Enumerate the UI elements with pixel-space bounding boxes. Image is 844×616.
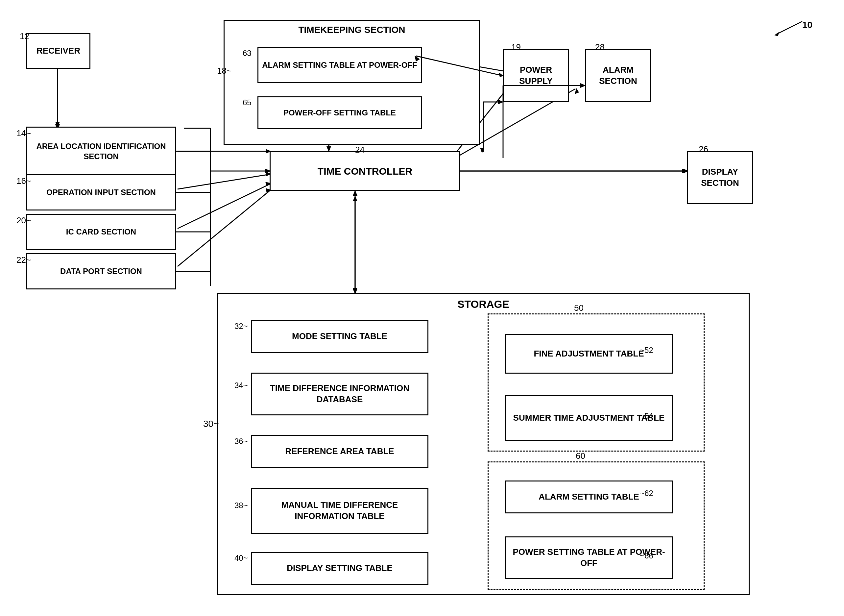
svg-line-25 [776, 21, 802, 35]
timekeeping-label: TIMEKEEPING SECTION [298, 25, 405, 35]
timekeeping-outer-box: TIMEKEEPING SECTION ALARM SETTING TABLE … [224, 20, 480, 145]
ref-30: 30~ [203, 419, 219, 429]
reference-area-box: REFERENCE AREA TABLE [251, 435, 428, 468]
ic-card-box: IC CARD SECTION [26, 214, 176, 250]
ref-12: 12 [20, 31, 29, 41]
ref-62: ~62 [640, 489, 653, 498]
diagram: 10 RECEIVER 12 AREA LOCATION IDENTIFICAT… [0, 0, 844, 616]
receiver-box: RECEIVER [26, 33, 91, 69]
svg-marker-21 [353, 196, 358, 201]
ref-40: 40~ [234, 553, 248, 563]
ref-34: 34~ [234, 381, 248, 390]
display-setting-box: DISPLAY SETTING TABLE [251, 552, 428, 585]
alarm-section-box: ALARM SECTION [585, 49, 651, 102]
dashed-box-50: 50 FINE ADJUSTMENT TABLE ~52 SUMMER TIME… [488, 314, 705, 452]
svg-marker-16 [575, 88, 579, 94]
ref-19: 19 [511, 42, 521, 52]
ref-52: ~52 [640, 346, 653, 355]
storage-label: STORAGE [457, 298, 509, 311]
ref-24: 24 [355, 145, 365, 155]
ref-10-arrow [769, 18, 809, 38]
ref-65: 65 [243, 98, 252, 107]
svg-marker-26 [774, 32, 779, 36]
svg-line-6 [177, 184, 270, 229]
ref-66: ~66 [640, 551, 653, 560]
power-off-setting-box: POWER-OFF SETTING TABLE [258, 96, 422, 129]
time-diff-db-box: TIME DIFFERENCE INFORMATION DATABASE [251, 373, 428, 415]
ref-54: ~54 [640, 411, 653, 421]
ref-36: 36~ [234, 437, 248, 446]
alarm-setting-power-off-box: ALARM SETTING TABLE AT POWER-OFF [258, 47, 422, 83]
ref-26: 26 [699, 144, 708, 154]
display-section-box: DISPLAY SECTION [687, 151, 753, 204]
mode-setting-box: MODE SETTING TABLE [251, 320, 428, 353]
ref-60: 60 [576, 451, 585, 461]
ref-16: 16~ [16, 176, 31, 186]
storage-outer-box: STORAGE 30~ MODE SETTING TABLE 32~ TIME … [217, 293, 750, 595]
area-location-box: AREA LOCATION IDENTIFICATION SECTION [26, 127, 176, 176]
data-port-box: DATA PORT SECTION [26, 253, 176, 289]
ref-14: 14~ [16, 128, 31, 138]
power-supply-box: POWER SUPPLY [503, 49, 569, 102]
svg-line-4 [177, 174, 270, 189]
svg-marker-44 [480, 148, 485, 153]
ref-28: 28 [595, 42, 605, 52]
ref-63: 63 [243, 49, 252, 58]
time-controller-box: TIME CONTROLLER [270, 151, 460, 191]
ref-50: 50 [574, 303, 583, 313]
svg-line-8 [177, 191, 270, 266]
dashed-box-60: 60 ALARM SETTING TABLE ~62 POWER SETTING… [488, 461, 705, 590]
ref-20: 20~ [16, 216, 31, 226]
ref-22: 22~ [16, 255, 31, 265]
operation-input-box: OPERATION INPUT SECTION [26, 174, 176, 210]
manual-time-diff-box: MANUAL TIME DIFFERENCE INFORMATION TABLE [251, 488, 428, 534]
ref-32: 32~ [234, 322, 248, 331]
svg-marker-50 [353, 190, 358, 196]
ref-38: 38~ [234, 501, 248, 510]
ref-18: 18~ [217, 66, 232, 76]
